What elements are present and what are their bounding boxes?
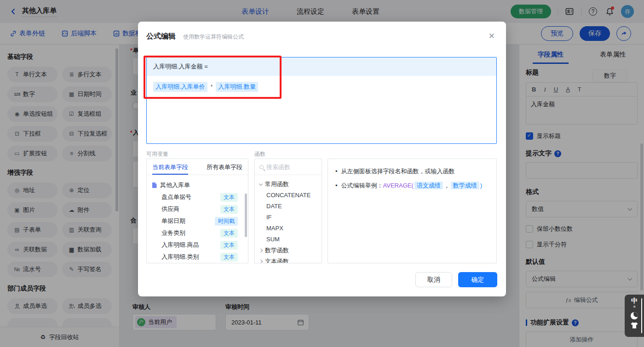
dark-mode-icon[interactable] xyxy=(631,312,638,319)
variables-panel: 当前表单字段 所有表单字段 其他入库单 盘点单据号文本 供应商文本 单据日期时间… xyxy=(146,159,248,263)
modal-title: 公式编辑 xyxy=(146,32,176,41)
formula-operand-1[interactable]: 入库明细.入库单价 xyxy=(153,82,207,92)
formula-operand-2[interactable]: 入库明细.数量 xyxy=(216,82,258,92)
function-item[interactable]: MAPX xyxy=(259,223,317,234)
type-tag: 文本 xyxy=(220,253,238,262)
variable-row[interactable]: 业务类别文本 xyxy=(151,227,243,239)
cancel-button[interactable]: 取消 xyxy=(415,272,452,287)
function-group-text[interactable]: 文本函数 xyxy=(259,256,317,263)
function-group-common[interactable]: 常用函数 xyxy=(259,179,317,190)
document-icon xyxy=(151,182,157,188)
variable-row[interactable]: 盘点单据号文本 xyxy=(151,191,243,203)
function-search-input[interactable] xyxy=(266,164,312,171)
variables-label: 可用变量 xyxy=(146,150,168,158)
language-toggle-icon[interactable]: 中a xyxy=(631,297,638,310)
function-item[interactable]: DATE xyxy=(259,201,317,212)
function-group-math[interactable]: 数学函数 xyxy=(259,245,317,256)
close-icon[interactable] xyxy=(489,32,495,40)
variable-row[interactable]: 单据日期时间戳 xyxy=(151,215,243,227)
confirm-button[interactable]: 确定 xyxy=(458,272,497,287)
function-item[interactable]: IF xyxy=(259,212,317,223)
type-tag: 时间戳 xyxy=(215,217,238,226)
tab-all-form-fields[interactable]: 所有表单字段 xyxy=(207,159,242,175)
example-field-tag: 数学成绩 xyxy=(451,182,479,189)
tips-panel: •从左侧面板选择字段名和函数，或输入函数 • 公式编辑举例：AVERAGE(语文… xyxy=(328,159,497,263)
example-field-tag: 语文成绩 xyxy=(414,182,443,189)
bullet: • xyxy=(335,182,338,190)
functions-label: 函数 xyxy=(254,150,265,158)
type-tag: 文本 xyxy=(220,241,238,250)
widget-handle[interactable] xyxy=(641,298,642,333)
chevron-right-icon xyxy=(259,260,263,263)
tab-current-form-fields[interactable]: 当前表单字段 xyxy=(152,159,188,175)
variable-row[interactable]: 供应商文本 xyxy=(151,203,243,215)
variables-root-node[interactable]: 其他入库单 xyxy=(151,179,243,191)
function-item[interactable]: SUM xyxy=(259,234,317,245)
modal-subtitle: 使用数学运算符编辑公式 xyxy=(183,33,244,41)
floating-tool-widget: 中a xyxy=(625,295,644,337)
function-item[interactable]: CONCATENATE xyxy=(259,190,317,201)
type-tag: 文本 xyxy=(220,193,238,202)
type-tag: 文本 xyxy=(220,229,238,238)
variable-row[interactable]: 入库明细.类别文本 xyxy=(151,251,243,263)
variable-row[interactable]: 入库明细.商品文本 xyxy=(151,239,243,251)
tip-example: 公式编辑举例：AVERAGE(语文成绩，数学成绩) xyxy=(341,182,483,190)
type-tag: 文本 xyxy=(220,205,238,214)
bullet: • xyxy=(335,167,338,176)
formula-target: 入库明细.入库金额 = xyxy=(147,57,496,76)
formula-operator: * xyxy=(211,84,213,90)
theme-shirt-icon[interactable] xyxy=(630,322,638,329)
functions-panel: 常用函数 CONCATENATE DATE IF MAPX SUM 数学函数 文… xyxy=(254,159,322,263)
formula-editor[interactable]: 入库明细.入库金额 = 入库明细.入库单价 * 入库明细.数量 xyxy=(146,57,497,144)
function-search[interactable] xyxy=(255,159,322,175)
chevron-right-icon xyxy=(259,249,263,252)
variables-scrollbar[interactable] xyxy=(245,193,247,237)
tip-text: 从左侧面板选择字段名和函数，或输入函数 xyxy=(341,167,455,176)
formula-edit-modal: 公式编辑 使用数学运算符编辑公式 入库明细.入库金额 = 入库明细.入库单价 *… xyxy=(138,22,506,296)
search-icon xyxy=(259,165,264,169)
chevron-down-icon xyxy=(259,182,263,185)
